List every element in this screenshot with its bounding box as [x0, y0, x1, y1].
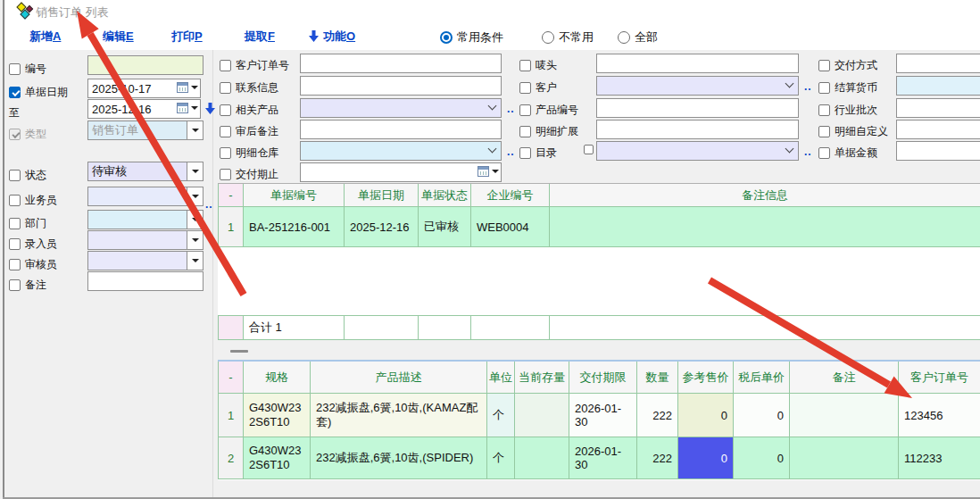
- catalog-checkbox[interactable]: [519, 147, 531, 159]
- qty-cell[interactable]: 222: [637, 394, 678, 437]
- fetch-button[interactable]: 提取F: [245, 29, 275, 45]
- settle-currency-combo[interactable]: [896, 76, 980, 96]
- detail-row-1[interactable]: 1 G430W232S6T10 232减振盘,6簧,10齿,(KAMAZ配套) …: [218, 394, 980, 437]
- delivery-method-checkbox[interactable]: [818, 60, 830, 71]
- post-audit-remark-checkbox[interactable]: [220, 126, 231, 137]
- doc-amount-input[interactable]: [896, 141, 980, 161]
- chevron-down-icon[interactable]: [488, 145, 497, 154]
- detail-col-product-desc[interactable]: 产品描述: [311, 362, 487, 394]
- row-number[interactable]: 1: [219, 394, 244, 437]
- detail-col-current-stock[interactable]: 当前存量: [515, 362, 569, 394]
- contact-info-checkbox[interactable]: [220, 82, 231, 94]
- delivery-deadline-cell[interactable]: 2026-01-30: [569, 394, 637, 437]
- remark-cell[interactable]: [790, 394, 899, 437]
- related-product-combo[interactable]: [300, 98, 502, 118]
- calendar-icon[interactable]: [478, 166, 489, 177]
- master-row-1[interactable]: 1 BA-251216-001 2025-12-16 已审核 WEB0004: [218, 207, 980, 247]
- chevron-down-icon[interactable]: [492, 170, 499, 173]
- doc-date-checkbox[interactable]: [9, 87, 21, 98]
- detail-warehouse-lookup-button[interactable]: ..: [507, 146, 515, 158]
- chevron-down-icon[interactable]: [785, 79, 794, 88]
- detail-extend-checkbox[interactable]: [519, 126, 531, 137]
- chevron-down-icon[interactable]: [191, 86, 198, 89]
- radio-common-conditions[interactable]: 常用条件: [440, 29, 503, 46]
- customer-combo[interactable]: [596, 76, 799, 96]
- detail-col-remark[interactable]: 备注: [790, 362, 899, 394]
- row-number[interactable]: 2: [219, 437, 244, 479]
- detail-custom-input[interactable]: [896, 120, 980, 139]
- detail-col-net-price[interactable]: 税后单价: [734, 362, 790, 394]
- entry-clerk-checkbox[interactable]: [9, 238, 21, 250]
- catalog-sub-checkbox[interactable]: [584, 145, 594, 154]
- dropdown-button[interactable]: [187, 231, 203, 249]
- new-button[interactable]: 新增A: [29, 29, 61, 45]
- catalog-lookup-button[interactable]: ..: [804, 146, 812, 158]
- detail-warehouse-combo[interactable]: [300, 141, 502, 161]
- detail-col-ref-price[interactable]: 参考售价: [678, 362, 734, 394]
- doc-status-cell[interactable]: 已审核: [419, 207, 471, 247]
- current-stock-cell[interactable]: [515, 437, 569, 479]
- product-desc-cell[interactable]: 232减振盘,6簧,10齿,(KAMAZ配套): [311, 394, 487, 437]
- dropdown-button[interactable]: [187, 187, 203, 205]
- dropdown-button[interactable]: [187, 211, 203, 229]
- apply-date-arrow-icon[interactable]: [205, 103, 215, 114]
- auditor-checkbox[interactable]: [9, 259, 21, 270]
- delivery-due-date-input[interactable]: [300, 162, 502, 182]
- dropdown-button[interactable]: [187, 162, 203, 180]
- entry-clerk-combo[interactable]: [87, 230, 203, 250]
- remark-input[interactable]: [87, 271, 203, 291]
- master-col-company-no[interactable]: 企业编号: [471, 184, 550, 207]
- delivery-method-input[interactable]: [896, 54, 980, 73]
- dropdown-button[interactable]: [187, 121, 203, 139]
- contact-info-input[interactable]: [300, 76, 502, 96]
- type-combo[interactable]: 销售订单: [87, 121, 203, 140]
- spec-cell[interactable]: G430W232S6T10: [244, 394, 311, 437]
- chevron-down-icon[interactable]: [488, 102, 497, 111]
- detail-row-2[interactable]: 2 G430W232S6T10 232减振盘,6簧,10齿,(SPIDER) 个…: [218, 437, 980, 479]
- unit-cell[interactable]: 个: [487, 437, 515, 479]
- status-checkbox[interactable]: [9, 170, 21, 181]
- doc-date-from-input[interactable]: 2025-10-17: [87, 79, 201, 98]
- auditor-combo[interactable]: [87, 251, 203, 270]
- detail-col-qty[interactable]: 数量: [637, 362, 678, 394]
- related-product-lookup-button[interactable]: ..: [507, 103, 515, 115]
- remark-checkbox[interactable]: [9, 279, 21, 291]
- dropdown-button[interactable]: [187, 252, 203, 270]
- detail-col-indicator[interactable]: -: [219, 362, 244, 394]
- radio-uncommon[interactable]: 不常用: [542, 29, 594, 46]
- detail-col-spec[interactable]: 规格: [244, 362, 311, 394]
- salesman-combo[interactable]: [87, 187, 203, 206]
- calendar-icon[interactable]: [177, 82, 188, 93]
- customer-order-no-checkbox[interactable]: [220, 60, 231, 71]
- doc-date-cell[interactable]: 2025-12-16: [345, 207, 419, 247]
- number-input[interactable]: [87, 55, 203, 75]
- shipping-mark-checkbox[interactable]: [519, 60, 531, 71]
- master-col-doc-status[interactable]: 单据状态: [419, 184, 471, 207]
- doc-date-to-input[interactable]: 2025-12-16: [87, 99, 201, 119]
- remark-cell[interactable]: [790, 437, 899, 479]
- detail-col-unit[interactable]: 单位: [487, 362, 515, 394]
- customer-order-no-input[interactable]: [300, 54, 502, 73]
- company-no-cell[interactable]: WEB0004: [471, 207, 550, 247]
- related-product-checkbox[interactable]: [220, 104, 231, 116]
- customer-order-no-cell[interactable]: 112233: [899, 437, 980, 479]
- delivery-deadline-cell[interactable]: 2026-01-30: [569, 437, 637, 479]
- unit-cell[interactable]: 个: [487, 394, 515, 437]
- current-stock-cell[interactable]: [515, 394, 569, 437]
- customer-checkbox[interactable]: [519, 82, 531, 94]
- print-button[interactable]: 打印P: [171, 29, 203, 45]
- industry-batch-input[interactable]: [896, 98, 980, 118]
- radio-all[interactable]: 全部: [618, 29, 658, 46]
- status-combo[interactable]: 待审核: [87, 162, 203, 181]
- number-checkbox[interactable]: [9, 63, 21, 75]
- chevron-down-icon[interactable]: [191, 106, 198, 110]
- salesman-lookup-button[interactable]: ..: [205, 198, 213, 211]
- row-number[interactable]: 1: [219, 207, 244, 247]
- net-price-cell[interactable]: 0: [734, 437, 790, 479]
- detail-warehouse-checkbox[interactable]: [220, 147, 231, 159]
- grid-splitter[interactable]: [218, 340, 980, 360]
- net-price-cell[interactable]: 0: [734, 394, 790, 437]
- ref-price-cell-selected[interactable]: 0: [678, 437, 734, 479]
- delivery-due-checkbox[interactable]: [220, 169, 231, 180]
- edit-button[interactable]: 编辑E: [103, 29, 134, 45]
